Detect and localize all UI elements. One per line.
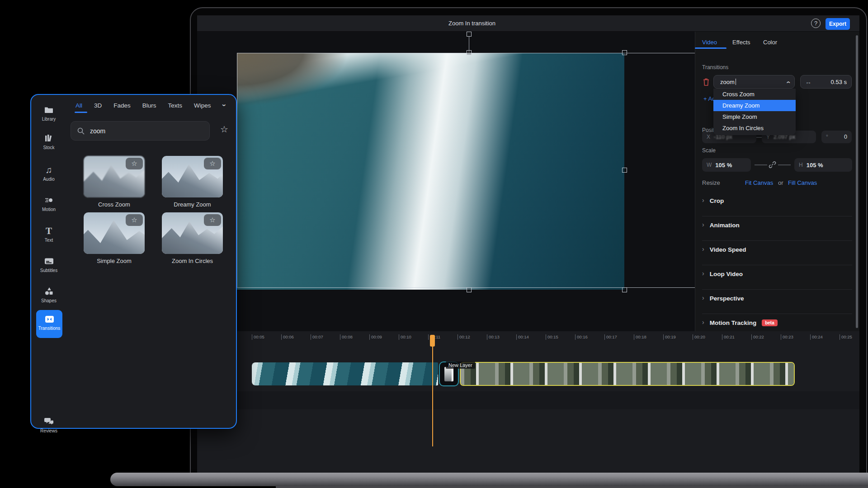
- clip-thumbnails: [461, 363, 794, 385]
- tab-blurs[interactable]: Blurs: [142, 102, 156, 109]
- ruler-tick: 00:16: [575, 334, 604, 340]
- help-icon[interactable]: ?: [811, 19, 821, 28]
- chevron-down-icon[interactable]: ›: [220, 104, 228, 106]
- library-search[interactable]: [71, 121, 210, 141]
- dropdown-option-highlighted[interactable]: Dreamy Zoom: [713, 100, 796, 111]
- selection-box[interactable]: [237, 53, 695, 288]
- selection-handle-top-right[interactable]: [622, 50, 627, 55]
- chevron-right-icon: ›: [702, 319, 704, 326]
- section-video-speed[interactable]: ›Video Speed: [695, 240, 859, 265]
- dropdown-option[interactable]: Simple Zoom: [713, 111, 796, 122]
- transition-card-cross-zoom[interactable]: ☆ Cross Zoom: [84, 156, 145, 208]
- section-loop-video[interactable]: ›Loop Video: [695, 265, 859, 289]
- active-tab-underline: [75, 112, 87, 113]
- inspector-scrollbar[interactable]: [856, 35, 858, 328]
- delete-transition-icon[interactable]: [703, 78, 710, 86]
- tab-3d[interactable]: 3D: [94, 102, 102, 109]
- favorite-star-icon[interactable]: ☆: [126, 214, 143, 226]
- dropdown-option[interactable]: Zoom In Circles: [713, 122, 796, 134]
- section-animation[interactable]: ›Animation: [695, 216, 859, 240]
- playhead-line: [432, 346, 433, 446]
- transition-duration-field[interactable]: ↔ 0.53 s: [800, 75, 852, 89]
- sidebar-item-text[interactable]: T Text: [33, 226, 65, 243]
- ruler-tick: 00:05: [252, 334, 281, 340]
- section-motion-tracking[interactable]: ›Motion Trackingbeta: [695, 314, 859, 338]
- ruler-tick: 00:06: [281, 334, 311, 340]
- sidebar-item-stock[interactable]: Stock: [33, 133, 65, 150]
- timeline[interactable]: 00:05 00:06 00:07 00:08 00:09 00:10 00:1…: [197, 331, 859, 473]
- resize-label: Resize: [702, 179, 720, 186]
- dropdown-option[interactable]: Cross Zoom: [713, 89, 796, 100]
- sidebar-item-reviews[interactable]: Reviews: [33, 417, 65, 433]
- ruler-tick: 00:10: [399, 334, 428, 340]
- favorite-star-icon[interactable]: ☆: [204, 214, 221, 226]
- fill-canvas-link[interactable]: Fill Canvas: [788, 179, 817, 186]
- section-perspective[interactable]: ›Perspective: [695, 289, 859, 314]
- transition-card-zoom-in-circles[interactable]: ☆ Zoom In Circles: [162, 212, 223, 264]
- export-button[interactable]: Export: [826, 18, 850, 30]
- ruler-tick: 00:13: [487, 334, 516, 340]
- transitions-icon: [33, 314, 65, 324]
- library-tabs: All 3D Fades Blurs Texts Wipes ›: [75, 101, 225, 109]
- ruler-tick: 00:18: [634, 334, 663, 340]
- timeline-clip-selected[interactable]: [460, 362, 795, 386]
- sidebar-item-transitions-active[interactable]: Transitions: [36, 310, 62, 338]
- scale-section-label: Scale: [702, 147, 716, 154]
- scale-width-value: 105 %: [715, 162, 732, 169]
- sidebar-item-audio[interactable]: ♫ Audio: [33, 165, 65, 182]
- chevron-right-icon: ›: [702, 294, 704, 301]
- chat-icon: [33, 417, 65, 427]
- empty-track-lane[interactable]: [197, 391, 859, 409]
- preview-canvas: 91%: [197, 32, 695, 331]
- sidebar-item-motion[interactable]: Motion: [33, 195, 65, 212]
- chevron-up-icon[interactable]: ›: [783, 81, 792, 83]
- scale-width-field[interactable]: W 105 %: [702, 158, 751, 172]
- rotation-handle[interactable]: [467, 32, 472, 37]
- timeline-clip-ocean[interactable]: [252, 362, 438, 385]
- tab-color[interactable]: Color: [763, 39, 777, 46]
- sidebar-item-subtitles[interactable]: Subtitles: [33, 256, 65, 273]
- video-preview[interactable]: [237, 53, 624, 290]
- favorite-star-icon[interactable]: ☆: [126, 158, 143, 169]
- tab-texts[interactable]: Texts: [168, 102, 183, 109]
- section-crop[interactable]: ›Crop: [695, 192, 859, 216]
- search-input[interactable]: [89, 127, 193, 135]
- ruler-tick: 00:12: [458, 334, 487, 340]
- transition-thumbnail: [444, 367, 453, 381]
- beta-badge: beta: [762, 319, 778, 326]
- tab-fades[interactable]: Fades: [113, 102, 131, 109]
- transitions-section-label: Transitions: [702, 64, 728, 70]
- favorites-star-icon[interactable]: ☆: [220, 124, 228, 135]
- rotation-field[interactable]: ° 0: [821, 131, 852, 143]
- selection-handle-bottom-center[interactable]: [467, 287, 472, 292]
- selection-handle-top-center[interactable]: [467, 50, 472, 55]
- search-icon: [77, 127, 85, 135]
- selection-handle-bottom-right[interactable]: [622, 287, 627, 292]
- tab-effects[interactable]: Effects: [732, 39, 750, 46]
- folder-icon: [33, 105, 65, 115]
- chevron-right-icon: ›: [702, 270, 704, 277]
- shapes-icon: [33, 286, 65, 296]
- chevron-right-icon: ›: [702, 197, 704, 204]
- ruler-tick: 00:17: [604, 334, 634, 340]
- motion-icon: [33, 195, 65, 205]
- transition-search-input[interactable]: zoom ›: [713, 75, 795, 89]
- transition-card-simple-zoom[interactable]: ☆ Simple Zoom: [84, 212, 145, 264]
- scale-height-field[interactable]: H 105 %: [794, 158, 852, 172]
- sidebar-item-shapes[interactable]: Shapes: [33, 286, 65, 303]
- ruler-tick: 00:09: [369, 334, 399, 340]
- favorite-star-icon[interactable]: ☆: [204, 158, 221, 169]
- sidebar-item-library[interactable]: Library: [33, 105, 65, 122]
- selection-handle-right-mid[interactable]: [622, 168, 627, 173]
- tab-video[interactable]: Video: [702, 39, 717, 46]
- link-scale-icon[interactable]: [769, 161, 776, 169]
- fit-canvas-link[interactable]: Fit Canvas: [745, 179, 773, 186]
- tab-wipes[interactable]: Wipes: [194, 102, 211, 109]
- laptop-base: [110, 473, 868, 486]
- rotation-value: 0: [844, 134, 847, 140]
- tab-all[interactable]: All: [75, 102, 82, 109]
- transition-card-dreamy-zoom[interactable]: ☆ Dreamy Zoom: [162, 156, 223, 208]
- playhead-handle[interactable]: [430, 335, 435, 347]
- scale-height-value: 105 %: [807, 162, 823, 169]
- active-tab-underline: [695, 47, 726, 49]
